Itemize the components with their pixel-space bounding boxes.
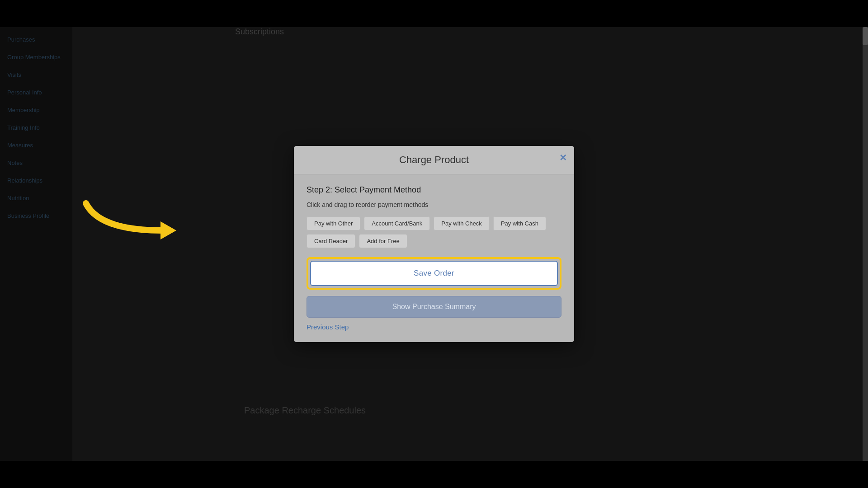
instruction-text: Click and drag to reorder payment method… bbox=[307, 201, 561, 208]
payment-methods-list: Pay with Other Account Card/Bank Pay wit… bbox=[307, 216, 561, 248]
card-reader-button[interactable]: Card Reader bbox=[307, 234, 355, 248]
bottom-bar bbox=[0, 461, 868, 488]
account-card-bank-button[interactable]: Account Card/Bank bbox=[364, 216, 430, 230]
charge-product-modal: Charge Product ✕ Step 2: Select Payment … bbox=[294, 146, 574, 342]
add-for-free-button[interactable]: Add for Free bbox=[359, 234, 407, 248]
modal-title: Charge Product bbox=[399, 154, 469, 165]
modal-header: Charge Product ✕ bbox=[294, 146, 574, 174]
top-bar bbox=[0, 0, 868, 27]
scrollbar-thumb[interactable] bbox=[863, 27, 868, 45]
pay-with-check-button[interactable]: Pay with Check bbox=[434, 216, 490, 230]
step-title: Step 2: Select Payment Method bbox=[307, 185, 561, 195]
pay-with-cash-button[interactable]: Pay with Cash bbox=[493, 216, 546, 230]
show-purchase-summary-button[interactable]: Show Purchase Summary bbox=[307, 296, 561, 318]
modal-body: Step 2: Select Payment Method Click and … bbox=[294, 174, 574, 342]
pay-with-other-button[interactable]: Pay with Other bbox=[307, 216, 360, 230]
save-order-button[interactable]: Save Order bbox=[310, 261, 558, 286]
scrollbar[interactable] bbox=[863, 27, 868, 461]
modal-close-button[interactable]: ✕ bbox=[559, 152, 567, 163]
save-order-highlight: Save Order bbox=[307, 257, 561, 290]
previous-step-link[interactable]: Previous Step bbox=[307, 323, 349, 331]
